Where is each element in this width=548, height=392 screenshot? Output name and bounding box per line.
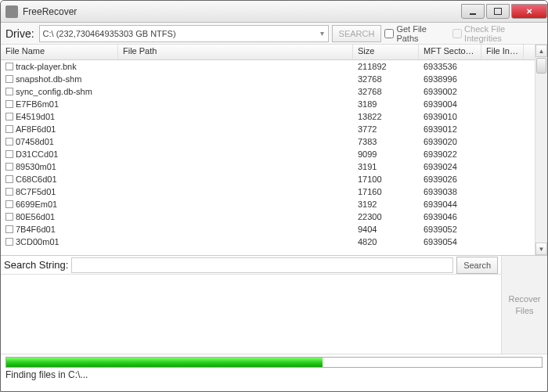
- get-file-paths-label: Get File Paths: [396, 24, 449, 43]
- size-cell: 9404: [353, 225, 419, 234]
- table-header: File Name File Path Size MFT Sector ... …: [1, 45, 535, 60]
- col-mft[interactable]: MFT Sector ...: [419, 45, 481, 59]
- search-drive-button[interactable]: SEARCH: [332, 25, 382, 42]
- mft-cell: 6939024: [419, 162, 481, 171]
- table-row[interactable]: 8C7F5d01171606939038: [1, 185, 535, 198]
- row-checkbox[interactable]: [5, 75, 13, 83]
- row-checkbox[interactable]: [5, 63, 13, 70]
- minimize-button[interactable]: [461, 4, 485, 19]
- progress-fill: [6, 358, 323, 367]
- mft-cell: 6939010: [419, 112, 481, 121]
- table-row[interactable]: 07458d0173836939020: [1, 135, 535, 148]
- file-name-cell: 3CD00m01: [16, 237, 59, 246]
- row-checkbox[interactable]: [5, 113, 13, 120]
- table-row[interactable]: AF8F6d0137726939012: [1, 123, 535, 135]
- col-size[interactable]: Size: [353, 45, 419, 59]
- table-body: File Name File Path Size MFT Sector ... …: [1, 45, 535, 255]
- file-name-cell: E7FB6m01: [16, 99, 59, 109]
- mft-cell: 6939052: [419, 225, 481, 234]
- mft-cell: 6939012: [419, 124, 481, 134]
- size-cell: 32768: [353, 87, 419, 96]
- get-file-paths-checkbox[interactable]: Get File Paths: [384, 24, 449, 43]
- row-checkbox[interactable]: [5, 200, 13, 208]
- size-cell: 3189: [353, 99, 419, 109]
- row-checkbox[interactable]: [5, 213, 13, 221]
- window-buttons: [460, 4, 547, 19]
- row-checkbox[interactable]: [5, 163, 13, 171]
- col-integrity[interactable]: File Inte...: [481, 45, 524, 59]
- file-name-cell: 6699Em01: [16, 200, 57, 209]
- row-checkbox[interactable]: [5, 138, 13, 146]
- window-title: FreeRecover: [23, 6, 460, 17]
- search-button[interactable]: Search: [456, 257, 498, 274]
- col-file-name[interactable]: File Name: [1, 45, 118, 59]
- drive-select[interactable]: C:\ (232,730464935303 GB NTFS): [39, 25, 329, 42]
- maximize-button[interactable]: [486, 4, 510, 19]
- search-row: Search String: Search: [1, 256, 501, 275]
- size-cell: 9099: [353, 149, 419, 159]
- table-row[interactable]: E4519d01138226939010: [1, 110, 535, 123]
- table-row[interactable]: 6699Em0131926939044: [1, 198, 535, 210]
- recover-files-button[interactable]: Recover Files: [509, 293, 541, 316]
- close-button[interactable]: [511, 4, 547, 19]
- table-row[interactable]: D31CCd0190996939022: [1, 148, 535, 160]
- file-name-cell: snapshot.db-shm: [16, 74, 81, 84]
- mft-cell: 6938996: [419, 74, 481, 84]
- table-row[interactable]: track-player.bnk2118926933536: [1, 60, 535, 73]
- get-file-paths-input[interactable]: [384, 29, 394, 38]
- drive-toolbar: Drive: C:\ (232,730464935303 GB NTFS) SE…: [1, 23, 547, 45]
- size-cell: 3191: [353, 162, 419, 171]
- mft-cell: 6939004: [419, 99, 481, 109]
- size-cell: 13822: [353, 112, 419, 121]
- row-checkbox[interactable]: [5, 238, 13, 246]
- table-row[interactable]: 7B4F6d0194046939052: [1, 223, 535, 236]
- file-name-cell: 80E56d01: [16, 212, 55, 221]
- file-name-cell: 07458d01: [16, 137, 54, 146]
- status-text: Finding files in C:\...: [1, 368, 547, 380]
- size-cell: 22300: [353, 212, 419, 221]
- row-checkbox[interactable]: [5, 175, 13, 183]
- row-checkbox[interactable]: [5, 188, 13, 196]
- scroll-thumb[interactable]: [536, 58, 546, 74]
- table-row[interactable]: snapshot.db-shm327686938996: [1, 73, 535, 85]
- mft-cell: 6939044: [419, 200, 481, 209]
- size-cell: 3772: [353, 124, 419, 134]
- scroll-down-icon[interactable]: ▼: [535, 243, 547, 255]
- check-integrities-input[interactable]: [452, 29, 462, 38]
- row-checkbox[interactable]: [5, 88, 13, 95]
- search-area: Search String: Search Recover Files: [1, 256, 547, 354]
- mft-cell: 6939038: [419, 187, 481, 196]
- titlebar: FreeRecover: [1, 1, 547, 23]
- check-integrities-checkbox[interactable]: Check File Integrities: [452, 24, 543, 43]
- vertical-scrollbar[interactable]: ▲ ▼: [535, 45, 547, 255]
- app-icon: [5, 5, 18, 18]
- file-name-cell: 89530m01: [16, 162, 56, 171]
- size-cell: 7383: [353, 137, 419, 146]
- row-checkbox[interactable]: [5, 125, 13, 133]
- row-checkbox[interactable]: [5, 225, 13, 233]
- file-name-cell: 8C7F5d01: [16, 187, 56, 196]
- table-row[interactable]: 80E56d01223006939046: [1, 210, 535, 223]
- col-file-path[interactable]: File Path: [118, 45, 353, 59]
- search-input[interactable]: [71, 257, 453, 273]
- size-cell: 211892: [353, 62, 419, 71]
- table-rows: track-player.bnk2118926933536snapshot.db…: [1, 60, 535, 248]
- file-name-cell: E4519d01: [16, 112, 55, 121]
- progress-bar: [5, 357, 543, 368]
- mft-cell: 6939046: [419, 212, 481, 221]
- table-row[interactable]: 3CD00m0148206939054: [1, 236, 535, 248]
- row-checkbox[interactable]: [5, 150, 13, 158]
- table-row[interactable]: C68C6d01171006939026: [1, 173, 535, 185]
- progress-area: [1, 354, 547, 368]
- row-checkbox[interactable]: [5, 100, 13, 108]
- table-row[interactable]: 89530m0131916939024: [1, 160, 535, 173]
- check-integrities-label: Check File Integrities: [464, 24, 543, 43]
- scroll-up-icon[interactable]: ▲: [535, 45, 547, 57]
- file-table: File Name File Path Size MFT Sector ... …: [1, 45, 547, 256]
- file-name-cell: D31CCd01: [16, 149, 58, 159]
- table-row[interactable]: sync_config.db-shm327686939002: [1, 85, 535, 98]
- size-cell: 17160: [353, 187, 419, 196]
- mft-cell: 6939026: [419, 174, 481, 184]
- table-row[interactable]: E7FB6m0131896939004: [1, 98, 535, 110]
- file-name-cell: sync_config.db-shm: [16, 87, 92, 96]
